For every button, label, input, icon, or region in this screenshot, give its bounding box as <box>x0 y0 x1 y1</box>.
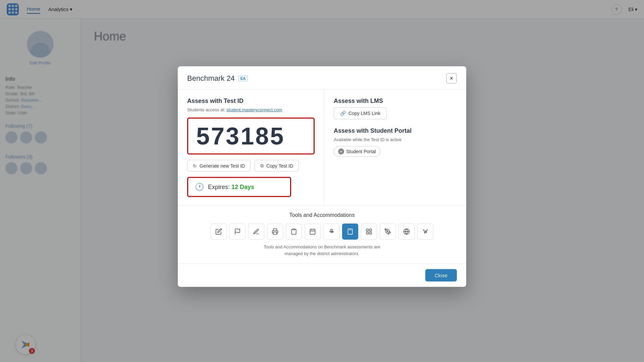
expires-text: Expires: 12 Days <box>208 183 254 190</box>
portal-tag-label: Student Portal <box>346 149 376 154</box>
clock-icon: 🕐 <box>195 183 204 191</box>
tool-calendar-button[interactable] <box>305 224 321 240</box>
svg-point-25 <box>387 231 388 232</box>
test-id-number: 573185 <box>196 124 306 148</box>
modal-dialog: Benchmark 24 EA × Assess with Test ID St… <box>178 66 466 287</box>
tools-grid <box>187 224 457 240</box>
copy-icon: ⧉ <box>260 163 264 169</box>
close-button[interactable]: Close <box>425 269 457 282</box>
generate-test-id-button[interactable]: ↻ Generate new Test ID <box>187 160 251 172</box>
modal-body: Assess with Test ID Students access at: … <box>178 89 466 205</box>
test-id-box: 573185 <box>187 118 315 155</box>
assess-with-testid-title: Assess with Test ID <box>187 98 315 105</box>
ea-badge: EA <box>238 75 248 81</box>
assess-with-lms-title: Assess with LMS <box>334 98 457 105</box>
svg-rect-22 <box>370 229 372 231</box>
tool-strikethrough-button[interactable] <box>323 224 339 240</box>
modal-title-area: Benchmark 24 EA <box>187 74 248 83</box>
tool-pencil-button[interactable] <box>211 224 227 240</box>
svg-rect-21 <box>367 229 369 231</box>
svg-rect-5 <box>310 229 315 234</box>
svg-rect-10 <box>348 229 352 235</box>
link-icon: 🔗 <box>340 111 346 116</box>
tools-title: Tools and Accommodations <box>187 212 457 218</box>
student-portal-tag: × Student Portal <box>334 146 380 157</box>
student-portal-section: Assess with Student Portal Available whi… <box>334 127 457 157</box>
tool-formula-button[interactable] <box>417 224 433 240</box>
remove-portal-button[interactable]: × <box>338 148 344 155</box>
assess-with-portal-title: Assess with Student Portal <box>334 127 457 134</box>
tool-print-button[interactable] <box>267 224 283 240</box>
modal-close-button[interactable]: × <box>446 73 457 84</box>
refresh-icon: ↻ <box>193 163 197 168</box>
copy-test-id-button[interactable]: ⧉ Copy Test ID <box>255 160 299 172</box>
expires-box: 🕐 Expires: 12 Days <box>187 177 291 197</box>
tools-note: Tools and Accommodations on Benchmark as… <box>187 244 457 257</box>
tool-calculator-button[interactable] <box>342 224 358 240</box>
portal-subtitle: Available while the Test ID is active <box>334 137 457 142</box>
svg-rect-3 <box>273 232 277 235</box>
svg-rect-23 <box>367 232 369 234</box>
tool-grid-button[interactable] <box>361 224 377 240</box>
tool-globe-button[interactable] <box>398 224 415 240</box>
tools-section: Tools and Accommodations <box>178 205 466 263</box>
svg-rect-4 <box>293 229 295 230</box>
modal-right-panel: Assess with LMS 🔗 Copy LMS Link Assess w… <box>324 89 466 205</box>
modal-header: Benchmark 24 EA × <box>178 66 466 89</box>
student-access-subtitle: Students access at: student.masteryconne… <box>187 107 315 112</box>
copy-lms-link-button[interactable]: 🔗 Copy LMS Link <box>334 107 387 119</box>
test-id-actions: ↻ Generate new Test ID ⧉ Copy Test ID <box>187 160 315 172</box>
student-portal-link[interactable]: student.masteryconnect.com <box>226 107 282 112</box>
tool-clipboard-button[interactable] <box>286 224 302 240</box>
modal-footer: Close <box>178 263 466 287</box>
tool-pen-button[interactable] <box>380 224 396 240</box>
modal-title: Benchmark 24 <box>187 74 235 83</box>
expires-days: 12 Days <box>231 183 254 190</box>
tool-highlighter-button[interactable] <box>248 224 264 240</box>
svg-rect-24 <box>370 232 372 234</box>
modal-left-panel: Assess with Test ID Students access at: … <box>178 89 324 205</box>
tool-flag-button[interactable] <box>229 224 246 240</box>
